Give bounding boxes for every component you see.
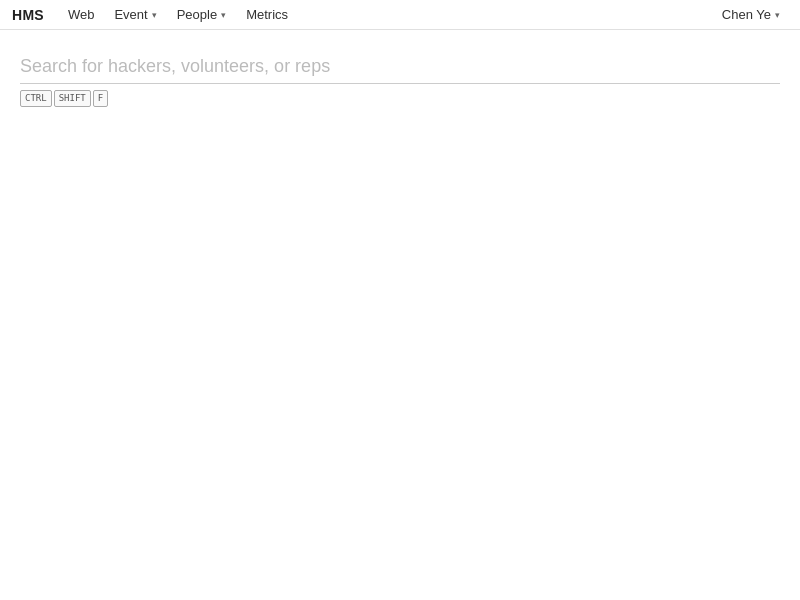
search-container: CTRL SHIFT F (20, 50, 780, 107)
kbd-shift: SHIFT (54, 90, 91, 107)
chevron-down-icon: ▾ (152, 10, 157, 20)
chevron-down-icon: ▾ (221, 10, 226, 20)
user-menu[interactable]: Chen Ye ▾ (714, 3, 788, 26)
search-input[interactable] (20, 50, 780, 84)
nav-item-people[interactable]: People ▾ (169, 3, 234, 26)
nav-items: Web Event ▾ People ▾ Metrics (60, 3, 714, 26)
kbd-f: F (93, 90, 108, 107)
navbar: HMS Web Event ▾ People ▾ Metrics Chen Ye… (0, 0, 800, 30)
nav-item-event[interactable]: Event ▾ (106, 3, 164, 26)
nav-right: Chen Ye ▾ (714, 3, 788, 26)
kbd-ctrl: CTRL (20, 90, 52, 107)
keyboard-shortcut: CTRL SHIFT F (20, 90, 780, 107)
nav-item-metrics[interactable]: Metrics (238, 3, 296, 26)
main-content: CTRL SHIFT F (0, 30, 800, 107)
nav-item-metrics-label: Metrics (246, 7, 288, 22)
nav-item-web-label: Web (68, 7, 95, 22)
chevron-down-icon: ▾ (775, 10, 780, 20)
user-name: Chen Ye (722, 7, 771, 22)
nav-item-people-label: People (177, 7, 217, 22)
brand-logo[interactable]: HMS (12, 7, 44, 23)
nav-item-event-label: Event (114, 7, 147, 22)
nav-item-web[interactable]: Web (60, 3, 103, 26)
